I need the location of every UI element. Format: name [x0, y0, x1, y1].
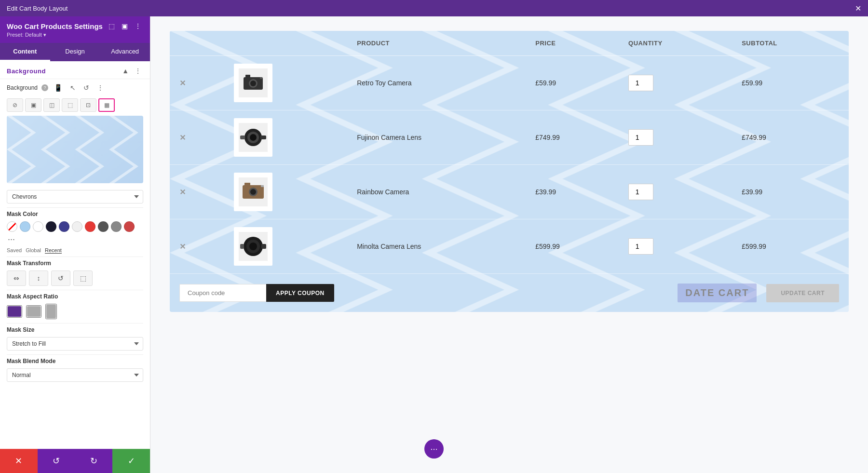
color-tab-global[interactable]: Global: [26, 247, 41, 254]
name-cell: Rainbow Camera: [347, 165, 526, 219]
swatch-gray[interactable]: [111, 221, 122, 232]
mask-transform-label: Mask Transform: [0, 257, 150, 269]
layout-icon[interactable]: ▣: [120, 21, 130, 31]
more-swatches-icon[interactable]: ···: [7, 234, 16, 244]
quantity-input[interactable]: [628, 75, 653, 91]
section-more-icon[interactable]: ⋮: [133, 66, 143, 76]
top-bar: Edit Cart Body Layout ✕: [0, 0, 868, 16]
product-name: Minolta Camera Lens: [357, 243, 421, 250]
mask-blend-dropdown-row: Normal Multiply Screen Overlay: [0, 366, 150, 386]
table-row: ✕: [170, 56, 849, 110]
aspect-tall-btn[interactable]: [45, 304, 57, 319]
quantity-input[interactable]: [628, 184, 653, 200]
save-button[interactable]: ✓: [112, 449, 150, 473]
update-cart-button[interactable]: UPDATE CART: [766, 284, 839, 302]
qty-cell: [619, 110, 732, 165]
flip-h-btn[interactable]: ⇔: [7, 270, 26, 286]
quantity-input[interactable]: [628, 129, 653, 146]
pattern-dropdown-row: Chevrons Dots Stripes: [0, 188, 150, 207]
coupon-section: APPLY COUPON: [179, 284, 334, 302]
panel-preset[interactable]: Preset: Default ▾: [7, 32, 143, 38]
background-label: Background: [7, 84, 38, 91]
mask-size-dropdown-row: Stretch to Fill Fit Tile: [0, 335, 150, 354]
cursor-icon[interactable]: ↖: [68, 83, 78, 93]
product-price: £599.99: [535, 243, 560, 250]
color-swatches: ···: [0, 219, 150, 246]
remove-button[interactable]: ✕: [179, 79, 186, 87]
mobile-preview-icon[interactable]: 📱: [52, 83, 64, 93]
swatch-dark-navy[interactable]: [46, 221, 56, 232]
cart-container: PRODUCT PRICE QUANTITY SUBTOTAL ✕: [170, 31, 849, 312]
remove-button[interactable]: ✕: [179, 243, 186, 251]
aspect-square-btn[interactable]: [26, 305, 41, 318]
tab-content[interactable]: Content: [0, 43, 50, 61]
tab-advanced[interactable]: Advanced: [100, 43, 150, 61]
mirror-btn[interactable]: ⬚: [73, 270, 93, 286]
bg-type-image[interactable]: ⬚: [62, 98, 78, 112]
svg-rect-14: [260, 135, 266, 139]
col-remove: [170, 31, 224, 56]
bg-type-video[interactable]: ⊡: [80, 98, 96, 112]
background-section-header: Background ▲ ⋮: [0, 61, 150, 79]
reset-icon[interactable]: ↺: [81, 83, 91, 93]
remove-cell: ✕: [170, 110, 224, 165]
close-button[interactable]: ✕: [855, 4, 861, 13]
swatch-dark-gray[interactable]: [98, 221, 108, 232]
color-tab-recent[interactable]: Recent: [45, 247, 62, 254]
date-cart-badge: DATE CART: [678, 284, 757, 302]
bg-type-gradient[interactable]: ◫: [43, 98, 60, 112]
remove-button[interactable]: ✕: [179, 134, 186, 142]
subtotal-cell: £39.99: [732, 165, 849, 219]
rotate-btn[interactable]: ↺: [51, 270, 70, 286]
mask-size-label: Mask Size: [0, 324, 150, 335]
floating-options-button[interactable]: ···: [424, 439, 444, 459]
remove-button[interactable]: ✕: [179, 188, 186, 196]
price-cell: £59.99: [526, 56, 619, 110]
quantity-input[interactable]: [628, 238, 653, 255]
swatch-red[interactable]: [85, 221, 95, 232]
svg-rect-1: [7, 116, 143, 183]
qty-cell: [619, 165, 732, 219]
product-price: £39.99: [535, 188, 556, 196]
coupon-input[interactable]: [179, 284, 266, 302]
more-options-icon[interactable]: ⋮: [133, 21, 143, 31]
responsive-icon[interactable]: ⬚: [107, 21, 117, 31]
image-cell: [224, 165, 347, 219]
subtotal-cell: £749.99: [732, 110, 849, 165]
bg-type-pattern[interactable]: ▦: [98, 98, 115, 112]
save-icon: ✓: [128, 456, 135, 466]
swatch-navy[interactable]: [59, 221, 69, 232]
undo-button[interactable]: ↺: [38, 449, 75, 473]
mask-size-dropdown[interactable]: Stretch to Fill Fit Tile: [7, 337, 143, 351]
swatch-white[interactable]: [33, 221, 43, 232]
tab-design[interactable]: Design: [50, 43, 100, 61]
cart-footer: APPLY COUPON DATE CART UPDATE CART: [170, 274, 849, 312]
apply-coupon-button[interactable]: APPLY COUPON: [266, 284, 334, 302]
panel-footer: ✕ ↺ ↻ ✓: [0, 449, 150, 473]
mask-blend-dropdown[interactable]: Normal Multiply Screen Overlay: [7, 368, 143, 382]
name-cell: Retro Toy Camera: [347, 56, 526, 110]
image-cell: [224, 219, 347, 274]
flip-v-btn[interactable]: ↕: [29, 270, 48, 286]
color-tab-saved[interactable]: Saved: [7, 247, 22, 254]
swatch-light-blue[interactable]: [20, 221, 30, 232]
redo-button[interactable]: ↻: [75, 449, 113, 473]
field-more-icon[interactable]: ⋮: [95, 83, 106, 93]
bg-type-solid[interactable]: ▣: [25, 98, 41, 112]
panel-tabs: Content Design Advanced: [0, 43, 150, 61]
pattern-dropdown[interactable]: Chevrons Dots Stripes: [7, 190, 143, 203]
name-cell: Fujinon Camera Lens: [347, 110, 526, 165]
swatch-transparent[interactable]: [7, 221, 17, 232]
product-name: Rainbow Camera: [357, 188, 409, 196]
swatch-dark-red[interactable]: [124, 221, 135, 232]
mask-color-label: Mask Color: [0, 208, 150, 219]
bg-type-none[interactable]: ⊘: [7, 98, 23, 112]
cancel-button[interactable]: ✕: [0, 449, 38, 473]
svg-rect-15: [240, 135, 245, 139]
bg-type-row: ⊘ ▣ ◫ ⬚ ⊡ ▦: [0, 96, 150, 116]
help-icon[interactable]: ?: [41, 84, 48, 91]
section-toggle-icon[interactable]: ▲: [120, 66, 131, 76]
price-cell: £39.99: [526, 165, 619, 219]
aspect-wide-btn[interactable]: [7, 305, 22, 318]
swatch-light-gray[interactable]: [72, 221, 82, 232]
